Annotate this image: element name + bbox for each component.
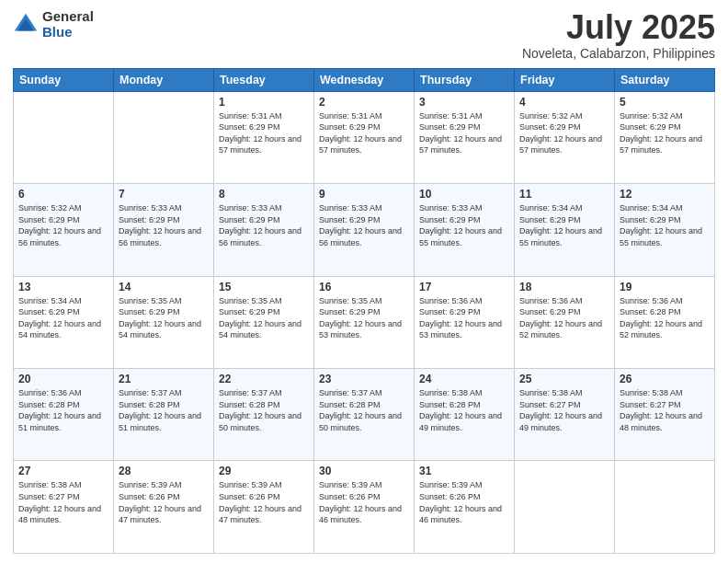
col-thursday: Thursday: [415, 68, 515, 91]
table-row: 9Sunrise: 5:33 AM Sunset: 6:29 PM Daylig…: [314, 184, 415, 276]
table-row: 27Sunrise: 5:38 AM Sunset: 6:27 PM Dayli…: [14, 461, 114, 554]
day-number: 13: [18, 281, 108, 293]
day-info: Sunrise: 5:36 AM Sunset: 6:28 PM Dayligh…: [620, 295, 710, 341]
day-info: Sunrise: 5:36 AM Sunset: 6:29 PM Dayligh…: [419, 295, 509, 341]
day-number: 4: [519, 96, 609, 109]
calendar-week-row: 6Sunrise: 5:32 AM Sunset: 6:29 PM Daylig…: [14, 184, 715, 276]
day-number: 5: [620, 96, 710, 109]
day-info: Sunrise: 5:38 AM Sunset: 6:28 PM Dayligh…: [419, 387, 509, 433]
table-row: [14, 91, 114, 183]
calendar-table: Sunday Monday Tuesday Wednesday Thursday…: [13, 68, 715, 554]
day-number: 9: [319, 188, 409, 201]
table-row: 3Sunrise: 5:31 AM Sunset: 6:29 PM Daylig…: [415, 91, 515, 183]
day-number: 3: [419, 96, 509, 109]
day-info: Sunrise: 5:39 AM Sunset: 6:26 PM Dayligh…: [219, 479, 309, 525]
header: General Blue July 2025 Noveleta, Calabar…: [13, 9, 715, 61]
table-row: 13Sunrise: 5:34 AM Sunset: 6:29 PM Dayli…: [14, 276, 114, 368]
day-number: 7: [119, 188, 209, 201]
table-row: 31Sunrise: 5:39 AM Sunset: 6:26 PM Dayli…: [415, 461, 515, 554]
day-info: Sunrise: 5:34 AM Sunset: 6:29 PM Dayligh…: [519, 202, 609, 248]
table-row: 14Sunrise: 5:35 AM Sunset: 6:29 PM Dayli…: [114, 276, 214, 368]
day-number: 27: [18, 465, 108, 477]
day-info: Sunrise: 5:38 AM Sunset: 6:27 PM Dayligh…: [18, 479, 108, 525]
day-number: 14: [119, 281, 209, 293]
table-row: 11Sunrise: 5:34 AM Sunset: 6:29 PM Dayli…: [515, 184, 615, 276]
day-info: Sunrise: 5:33 AM Sunset: 6:29 PM Dayligh…: [419, 202, 509, 248]
day-info: Sunrise: 5:34 AM Sunset: 6:29 PM Dayligh…: [18, 295, 108, 341]
day-number: 28: [119, 465, 209, 477]
day-info: Sunrise: 5:31 AM Sunset: 6:29 PM Dayligh…: [219, 110, 309, 156]
table-row: 20Sunrise: 5:36 AM Sunset: 6:28 PM Dayli…: [14, 369, 114, 461]
logo-general-text: General: [42, 9, 94, 25]
table-row: 5Sunrise: 5:32 AM Sunset: 6:29 PM Daylig…: [615, 91, 715, 183]
table-row: 18Sunrise: 5:36 AM Sunset: 6:29 PM Dayli…: [515, 276, 615, 368]
page: General Blue July 2025 Noveleta, Calabar…: [0, 0, 728, 563]
table-row: [615, 461, 715, 554]
day-info: Sunrise: 5:32 AM Sunset: 6:29 PM Dayligh…: [18, 202, 108, 248]
table-row: [114, 91, 214, 183]
day-info: Sunrise: 5:37 AM Sunset: 6:28 PM Dayligh…: [319, 387, 409, 433]
location-subtitle: Noveleta, Calabarzon, Philippines: [522, 46, 715, 61]
calendar-week-row: 27Sunrise: 5:38 AM Sunset: 6:27 PM Dayli…: [14, 461, 715, 554]
table-row: 1Sunrise: 5:31 AM Sunset: 6:29 PM Daylig…: [214, 91, 314, 183]
table-row: 12Sunrise: 5:34 AM Sunset: 6:29 PM Dayli…: [615, 184, 715, 276]
table-row: 4Sunrise: 5:32 AM Sunset: 6:29 PM Daylig…: [515, 91, 615, 183]
title-block: July 2025 Noveleta, Calabarzon, Philippi…: [522, 9, 715, 61]
table-row: 21Sunrise: 5:37 AM Sunset: 6:28 PM Dayli…: [114, 369, 214, 461]
table-row: 19Sunrise: 5:36 AM Sunset: 6:28 PM Dayli…: [615, 276, 715, 368]
table-row: 10Sunrise: 5:33 AM Sunset: 6:29 PM Dayli…: [415, 184, 515, 276]
table-row: 24Sunrise: 5:38 AM Sunset: 6:28 PM Dayli…: [415, 369, 515, 461]
table-row: 17Sunrise: 5:36 AM Sunset: 6:29 PM Dayli…: [415, 276, 515, 368]
day-number: 10: [419, 188, 509, 201]
day-info: Sunrise: 5:31 AM Sunset: 6:29 PM Dayligh…: [419, 110, 509, 156]
day-number: 20: [18, 373, 108, 385]
day-number: 26: [620, 373, 710, 385]
calendar-header-row: Sunday Monday Tuesday Wednesday Thursday…: [14, 68, 715, 91]
day-number: 17: [419, 281, 509, 293]
day-info: Sunrise: 5:38 AM Sunset: 6:27 PM Dayligh…: [620, 387, 710, 433]
day-number: 31: [419, 465, 509, 477]
day-number: 11: [519, 188, 609, 201]
day-number: 30: [319, 465, 409, 477]
calendar-week-row: 20Sunrise: 5:36 AM Sunset: 6:28 PM Dayli…: [14, 369, 715, 461]
day-info: Sunrise: 5:34 AM Sunset: 6:29 PM Dayligh…: [620, 202, 710, 248]
logo-blue-text: Blue: [42, 25, 94, 40]
day-number: 15: [219, 281, 309, 293]
table-row: 26Sunrise: 5:38 AM Sunset: 6:27 PM Dayli…: [615, 369, 715, 461]
table-row: 25Sunrise: 5:38 AM Sunset: 6:27 PM Dayli…: [515, 369, 615, 461]
day-info: Sunrise: 5:32 AM Sunset: 6:29 PM Dayligh…: [519, 110, 609, 156]
day-info: Sunrise: 5:33 AM Sunset: 6:29 PM Dayligh…: [119, 202, 209, 248]
day-number: 6: [18, 188, 108, 201]
month-title: July 2025: [522, 9, 715, 46]
day-info: Sunrise: 5:39 AM Sunset: 6:26 PM Dayligh…: [119, 479, 209, 525]
day-info: Sunrise: 5:36 AM Sunset: 6:28 PM Dayligh…: [18, 387, 108, 433]
col-monday: Monday: [114, 68, 214, 91]
day-info: Sunrise: 5:32 AM Sunset: 6:29 PM Dayligh…: [620, 110, 710, 156]
day-number: 12: [620, 188, 710, 201]
calendar-week-row: 1Sunrise: 5:31 AM Sunset: 6:29 PM Daylig…: [14, 91, 715, 183]
table-row: 2Sunrise: 5:31 AM Sunset: 6:29 PM Daylig…: [314, 91, 415, 183]
day-number: 18: [519, 281, 609, 293]
day-number: 25: [519, 373, 609, 385]
col-sunday: Sunday: [14, 68, 114, 91]
day-number: 21: [119, 373, 209, 385]
table-row: 29Sunrise: 5:39 AM Sunset: 6:26 PM Dayli…: [214, 461, 314, 554]
day-info: Sunrise: 5:35 AM Sunset: 6:29 PM Dayligh…: [219, 295, 309, 341]
day-info: Sunrise: 5:37 AM Sunset: 6:28 PM Dayligh…: [119, 387, 209, 433]
logo: General Blue: [13, 9, 94, 40]
day-info: Sunrise: 5:33 AM Sunset: 6:29 PM Dayligh…: [319, 202, 409, 248]
day-info: Sunrise: 5:31 AM Sunset: 6:29 PM Dayligh…: [319, 110, 409, 156]
table-row: 23Sunrise: 5:37 AM Sunset: 6:28 PM Dayli…: [314, 369, 415, 461]
table-row: [515, 461, 615, 554]
day-info: Sunrise: 5:39 AM Sunset: 6:26 PM Dayligh…: [319, 479, 409, 525]
day-number: 29: [219, 465, 309, 477]
day-number: 19: [620, 281, 710, 293]
day-info: Sunrise: 5:37 AM Sunset: 6:28 PM Dayligh…: [219, 387, 309, 433]
day-info: Sunrise: 5:35 AM Sunset: 6:29 PM Dayligh…: [319, 295, 409, 341]
day-info: Sunrise: 5:35 AM Sunset: 6:29 PM Dayligh…: [119, 295, 209, 341]
calendar-week-row: 13Sunrise: 5:34 AM Sunset: 6:29 PM Dayli…: [14, 276, 715, 368]
logo-text: General Blue: [42, 9, 94, 40]
day-number: 8: [219, 188, 309, 201]
logo-icon: [13, 12, 39, 38]
col-wednesday: Wednesday: [314, 68, 415, 91]
